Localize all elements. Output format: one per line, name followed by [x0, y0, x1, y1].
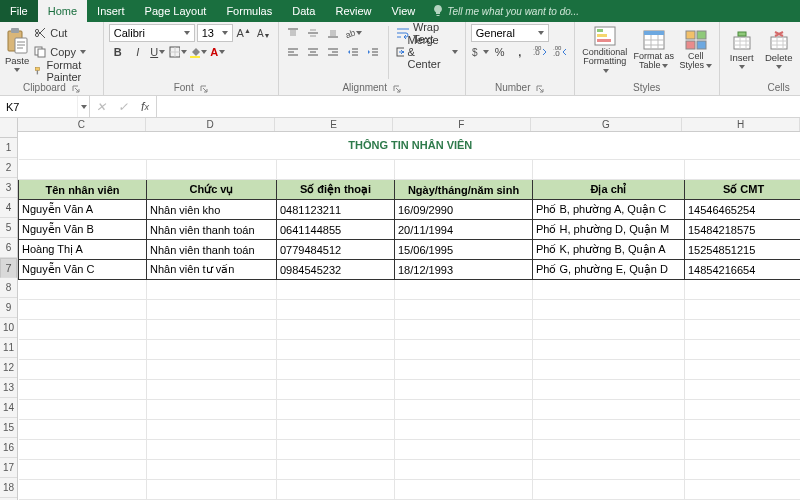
cell[interactable] — [19, 420, 147, 440]
cell[interactable] — [533, 460, 685, 480]
font-size-select[interactable]: 13 — [197, 24, 233, 42]
table-cell[interactable]: Nhân viên kho — [147, 200, 277, 220]
sheet-title[interactable]: THÔNG TIN NHÂN VIÊN — [19, 132, 801, 160]
font-color-button[interactable]: A — [209, 43, 227, 61]
tab-insert[interactable]: Insert — [87, 0, 135, 22]
column-header-H[interactable]: H — [682, 118, 800, 131]
cell[interactable] — [395, 460, 533, 480]
cell[interactable] — [19, 320, 147, 340]
cell[interactable] — [685, 460, 801, 480]
cell[interactable] — [685, 340, 801, 360]
table-cell[interactable]: 0481123211 — [277, 200, 395, 220]
cell[interactable] — [19, 380, 147, 400]
insert-cells-button[interactable]: Insert — [725, 24, 759, 76]
table-cell[interactable]: 16/09/2990 — [395, 200, 533, 220]
table-cell[interactable]: 0641144855 — [277, 220, 395, 240]
table-cell[interactable]: 15/06/1995 — [395, 240, 533, 260]
cell[interactable] — [277, 460, 395, 480]
table-header-address[interactable]: Địa chỉ — [533, 180, 685, 200]
cell[interactable] — [685, 380, 801, 400]
sheet-area[interactable]: THÔNG TIN NHÂN VIÊNTên nhân viênChức vụS… — [18, 132, 800, 501]
bold-button[interactable]: B — [109, 43, 127, 61]
tab-review[interactable]: Review — [325, 0, 381, 22]
decrease-indent-button[interactable] — [344, 43, 362, 61]
table-header-dob[interactable]: Ngày/tháng/năm sinh — [395, 180, 533, 200]
confirm-formula-button[interactable]: ✓ — [112, 96, 134, 117]
cell[interactable] — [395, 400, 533, 420]
table-cell[interactable]: Hoàng Thị A — [19, 240, 147, 260]
table-cell[interactable]: 15484218575 — [685, 220, 801, 240]
cell[interactable] — [395, 300, 533, 320]
cell[interactable] — [19, 480, 147, 500]
cell[interactable] — [147, 320, 277, 340]
cell[interactable] — [395, 480, 533, 500]
row-header-10[interactable]: 10 — [0, 318, 17, 338]
table-header-name[interactable]: Tên nhân viên — [19, 180, 147, 200]
row-header-5[interactable]: 5 — [0, 218, 17, 238]
cell[interactable] — [19, 400, 147, 420]
table-cell[interactable]: Nguyễn Văn A — [19, 200, 147, 220]
cell[interactable] — [395, 320, 533, 340]
cell[interactable] — [147, 400, 277, 420]
cell[interactable] — [19, 160, 147, 180]
column-header-D[interactable]: D — [146, 118, 276, 131]
row-header-16[interactable]: 16 — [0, 438, 17, 458]
cell[interactable] — [147, 360, 277, 380]
align-right-button[interactable] — [324, 43, 342, 61]
format-painter-button[interactable]: Format Painter — [32, 62, 97, 80]
row-header-14[interactable]: 14 — [0, 398, 17, 418]
tab-home[interactable]: Home — [38, 0, 87, 22]
cell[interactable] — [685, 400, 801, 420]
cell[interactable] — [533, 300, 685, 320]
number-format-select[interactable]: General — [471, 24, 549, 42]
comma-format-button[interactable]: , — [511, 43, 529, 61]
cell[interactable] — [533, 340, 685, 360]
percent-format-button[interactable]: % — [491, 43, 509, 61]
row-header-7[interactable]: 7 — [0, 258, 17, 278]
row-header-8[interactable]: 8 — [0, 278, 17, 298]
cell[interactable] — [533, 440, 685, 460]
table-cell[interactable]: 18/12/1993 — [395, 260, 533, 280]
cell[interactable] — [533, 360, 685, 380]
table-header-role[interactable]: Chức vụ — [147, 180, 277, 200]
column-header-E[interactable]: E — [275, 118, 393, 131]
table-cell[interactable]: Nguyễn Văn C — [19, 260, 147, 280]
cell[interactable] — [147, 380, 277, 400]
tab-formulas[interactable]: Formulas — [216, 0, 282, 22]
accounting-format-button[interactable]: $ — [471, 43, 489, 61]
cell[interactable] — [533, 420, 685, 440]
cell[interactable] — [395, 440, 533, 460]
cell[interactable] — [395, 280, 533, 300]
cell[interactable] — [533, 380, 685, 400]
row-header-13[interactable]: 13 — [0, 378, 17, 398]
delete-cells-button[interactable]: Delete — [762, 24, 796, 76]
italic-button[interactable]: I — [129, 43, 147, 61]
align-left-button[interactable] — [284, 43, 302, 61]
cell[interactable] — [19, 340, 147, 360]
tab-file[interactable]: File — [0, 0, 38, 22]
tab-page-layout[interactable]: Page Layout — [135, 0, 217, 22]
cell[interactable] — [277, 360, 395, 380]
table-cell[interactable]: Phố K, phường B, Quận A — [533, 240, 685, 260]
row-header-1[interactable]: 1 — [0, 138, 17, 158]
cell[interactable] — [685, 440, 801, 460]
cell[interactable] — [685, 300, 801, 320]
cell[interactable] — [277, 440, 395, 460]
increase-indent-button[interactable] — [364, 43, 382, 61]
table-cell[interactable]: 15254851215 — [685, 240, 801, 260]
cell[interactable] — [533, 400, 685, 420]
table-cell[interactable]: Phố H, phường D, Quận M — [533, 220, 685, 240]
cell[interactable] — [19, 280, 147, 300]
grow-font-button[interactable]: A▲ — [235, 24, 253, 42]
tab-view[interactable]: View — [382, 0, 426, 22]
decrease-decimal-button[interactable]: .00.0 — [551, 43, 569, 61]
row-header-12[interactable]: 12 — [0, 358, 17, 378]
row-header-15[interactable]: 15 — [0, 418, 17, 438]
table-cell[interactable]: 14854216654 — [685, 260, 801, 280]
orientation-button[interactable]: ab — [344, 24, 362, 42]
font-name-select[interactable]: Calibri — [109, 24, 195, 42]
cut-button[interactable]: Cut — [32, 24, 97, 42]
shrink-font-button[interactable]: A▼ — [255, 24, 273, 42]
paste-button[interactable]: Paste — [5, 24, 29, 76]
cell[interactable] — [685, 160, 801, 180]
